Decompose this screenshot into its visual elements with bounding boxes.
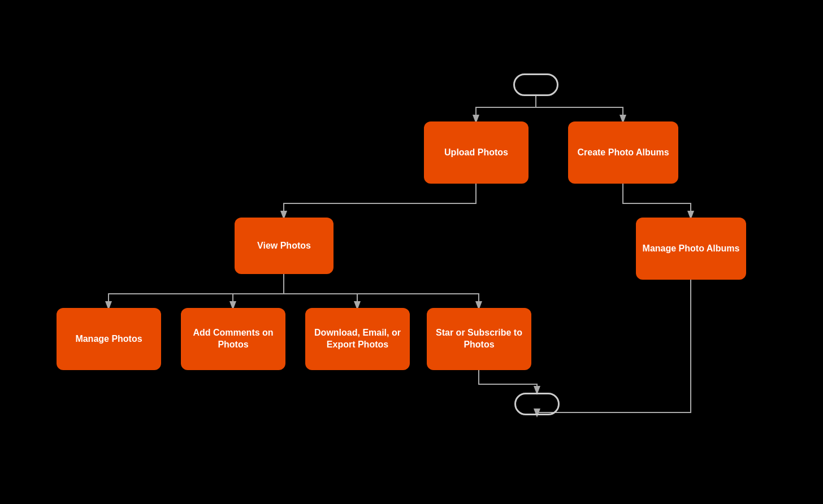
terminal-start [513, 73, 558, 96]
node-star-subscribe: Star or Subscribe to Photos [427, 308, 531, 370]
node-add-comments: Add Comments on Photos [181, 308, 285, 370]
node-manage-photos: Manage Photos [57, 308, 161, 370]
node-upload-photos-label: Upload Photos [444, 147, 508, 159]
node-view-photos: View Photos [235, 218, 333, 274]
node-star-subscribe-label: Star or Subscribe to Photos [432, 327, 526, 351]
node-manage-photo-albums: Manage Photo Albums [636, 218, 746, 280]
node-create-photo-albums-label: Create Photo Albums [577, 147, 669, 159]
node-download-export: Download, Email, or Export Photos [305, 308, 410, 370]
diagram: Upload Photos Create Photo Albums View P… [0, 0, 823, 504]
node-add-comments-label: Add Comments on Photos [187, 327, 280, 351]
node-download-export-label: Download, Email, or Export Photos [311, 327, 404, 351]
node-view-photos-label: View Photos [257, 240, 311, 252]
node-manage-photo-albums-label: Manage Photo Albums [643, 243, 740, 255]
node-create-photo-albums: Create Photo Albums [568, 121, 678, 184]
terminal-end [514, 393, 560, 415]
node-manage-photos-label: Manage Photos [75, 333, 142, 345]
node-upload-photos: Upload Photos [424, 121, 529, 184]
